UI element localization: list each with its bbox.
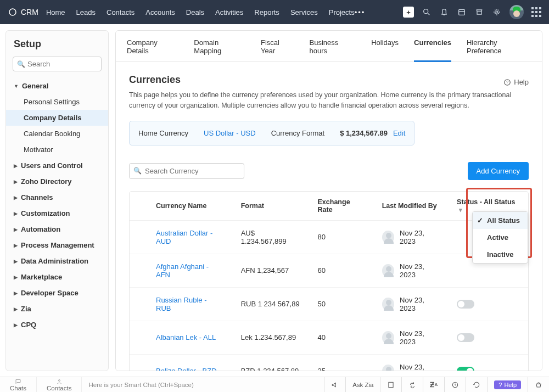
sidebar-group-developer-space[interactable]: Developer Space [6, 285, 108, 301]
currency-search-input[interactable] [129, 163, 244, 179]
footer-contacts-label: Contacts [47, 385, 71, 391]
topnav-item-accounts[interactable]: Accounts [145, 8, 175, 16]
cell-modified: Nov 23, 2023 [382, 229, 439, 245]
search-icon: 🔍 [133, 167, 142, 175]
currency-format-value: $ 1,234,567.89 [340, 129, 388, 137]
page-description: This page helps you to define the curren… [129, 90, 529, 111]
topnav-item-contacts[interactable]: Contacts [107, 8, 135, 16]
sidebar-group-cpq[interactable]: CPQ [6, 317, 108, 333]
sidebar-group-customization[interactable]: Customization [6, 205, 108, 221]
note-icon[interactable] [380, 377, 401, 393]
user-placeholder-icon [382, 264, 394, 277]
edit-format-link[interactable]: Edit [393, 129, 405, 137]
tab-business-hours[interactable]: Business hours [310, 38, 356, 61]
sidebar-item-motivator[interactable]: Motivator [6, 142, 108, 158]
cell-format: AU$ 1.234.567,899 [232, 220, 309, 254]
status-toggle[interactable] [457, 333, 474, 342]
gear-icon[interactable] [492, 7, 502, 17]
col-status[interactable]: Status - All Status ▾ All StatusActiveIn… [448, 192, 528, 221]
topnav-menu: HomeLeadsContactsAccountsDealsActivities… [46, 8, 355, 16]
currency-name-link[interactable]: Australian Dollar - AUD [156, 229, 212, 245]
topnav-item-activities[interactable]: Activities [215, 8, 243, 16]
sidebar-search-input[interactable] [13, 57, 102, 71]
home-currency-value[interactable]: US Dollar - USD [204, 129, 256, 137]
sidebar-group-data-administration[interactable]: Data Administration [6, 253, 108, 269]
cell-rate: 80 [309, 220, 373, 254]
topnav-right: + [403, 5, 541, 19]
calendar-icon[interactable] [457, 7, 467, 17]
footer-contacts[interactable]: Contacts [37, 377, 82, 393]
sidebar-group-channels[interactable]: Channels [6, 189, 108, 205]
add-button[interactable]: + [403, 7, 414, 18]
svg-line-1 [428, 13, 429, 15]
status-toggle[interactable] [457, 300, 474, 309]
sidebar-group-marketplace[interactable]: Marketplace [6, 269, 108, 285]
announce-icon[interactable] [324, 377, 345, 393]
settings-tabs: Company DetailsDomain MappingFiscal Year… [116, 31, 542, 62]
sidebar-group-process-management[interactable]: Process Management [6, 237, 108, 253]
status-option-all-status[interactable]: All Status [473, 212, 528, 229]
status-toggle[interactable] [457, 367, 474, 372]
sidebar-group-general[interactable]: General [6, 78, 108, 94]
topnav-item-projects[interactable]: Projects [329, 8, 355, 16]
tab-domain-mapping[interactable]: Domain Mapping [194, 38, 245, 61]
svg-text:?: ? [506, 80, 508, 84]
cell-format: RUB 1 234 567,89 [232, 287, 309, 321]
store-icon[interactable] [474, 7, 484, 17]
sidebar-title: Setup [6, 38, 108, 57]
brand[interactable]: CRM [8, 7, 38, 17]
sidebar-group-users-and-control[interactable]: Users and Control [6, 158, 108, 173]
sidebar-item-calendar-booking[interactable]: Calendar Booking [6, 126, 108, 142]
table-row: Russian Ruble - RUB RUB 1 234 567,89 50 … [130, 287, 528, 321]
user-placeholder-icon [382, 365, 394, 372]
help-link[interactable]: ? Help [503, 78, 529, 86]
chevron-right-icon [14, 322, 18, 328]
smart-chat-hint[interactable]: Here is your Smart Chat (Ctrl+Space) [82, 382, 324, 388]
tab-hierarchy-preference[interactable]: Hierarchy Preference [467, 38, 531, 61]
text-icon[interactable]: ƵA [423, 377, 444, 393]
tab-currencies[interactable]: Currencies [414, 38, 451, 62]
svg-rect-8 [389, 382, 393, 387]
footer-help-button[interactable]: ? Help [487, 377, 528, 393]
bell-icon[interactable] [439, 7, 449, 17]
sidebar-label: Process Management [21, 241, 94, 249]
apps-grid-icon[interactable] [531, 7, 541, 17]
tab-fiscal-year[interactable]: Fiscal Year [261, 38, 294, 61]
sync-icon[interactable] [401, 377, 423, 393]
add-currency-button[interactable]: Add Currency [468, 162, 529, 180]
sidebar-label: Automation [21, 225, 60, 233]
sidebar-item-company-details[interactable]: Company Details [6, 110, 108, 126]
currency-name-link[interactable]: Belize Dollar - BZD [156, 367, 217, 371]
user-avatar[interactable] [509, 5, 524, 19]
search-icon[interactable] [422, 7, 432, 17]
more-menu-icon[interactable]: ••• [355, 8, 366, 16]
col-currency-name: Currency Name [147, 192, 232, 221]
topnav-item-services[interactable]: Services [290, 8, 318, 16]
sidebar-group-automation[interactable]: Automation [6, 221, 108, 237]
ask-zia-button[interactable]: Ask Zia [345, 377, 380, 393]
tab-company-details[interactable]: Company Details [127, 38, 178, 61]
status-option-active[interactable]: Active [473, 229, 528, 246]
chevron-right-icon [14, 243, 18, 248]
content-card: Company DetailsDomain MappingFiscal Year… [115, 30, 542, 371]
sidebar-group-zoho-directory[interactable]: Zoho Directory [6, 173, 108, 189]
table-row: Belize Dollar - BZD BZD 1,234,567.89 25 … [130, 354, 528, 371]
sidebar-label: Zoho Directory [21, 177, 71, 186]
brand-label: CRM [21, 8, 38, 16]
sidebar-group-zia[interactable]: Zia [6, 301, 108, 317]
clock-icon[interactable] [444, 377, 466, 393]
status-option-inactive[interactable]: Inactive [473, 246, 528, 263]
currency-name-link[interactable]: Afghan Afghani - AFN [156, 262, 209, 279]
top-nav: CRM HomeLeadsContactsAccountsDealsActivi… [0, 0, 549, 24]
sidebar-item-personal-settings[interactable]: Personal Settings [6, 94, 108, 110]
currency-name-link[interactable]: Albanian Lek - ALL [156, 333, 216, 341]
tab-holidays[interactable]: Holidays [371, 38, 399, 61]
basket-icon[interactable] [528, 377, 549, 393]
topnav-item-home[interactable]: Home [46, 8, 65, 16]
topnav-item-deals[interactable]: Deals [186, 8, 204, 16]
footer-chats[interactable]: Chats [0, 377, 37, 393]
currency-name-link[interactable]: Russian Ruble - RUB [156, 296, 207, 312]
history-icon[interactable] [466, 377, 487, 393]
topnav-item-leads[interactable]: Leads [76, 8, 96, 16]
topnav-item-reports[interactable]: Reports [254, 8, 279, 16]
